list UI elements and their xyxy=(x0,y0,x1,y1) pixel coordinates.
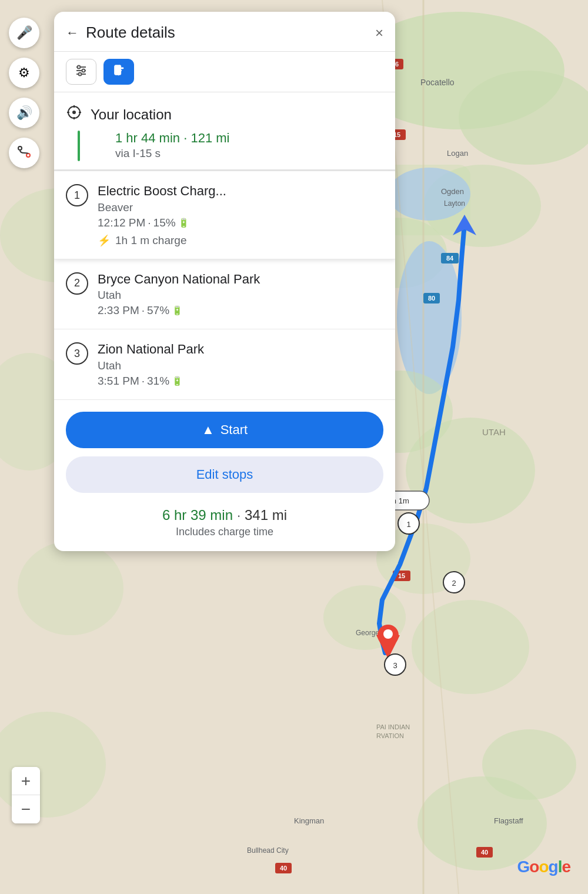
stop-2-meta: 2:33 PM · 57% 🔋 xyxy=(98,304,383,317)
battery-icon-3: 🔋 xyxy=(172,376,183,386)
svg-text:Pocatello: Pocatello xyxy=(420,78,455,87)
svg-point-67 xyxy=(79,72,82,75)
svg-text:Bullhead City: Bullhead City xyxy=(247,846,289,855)
filter-ev-tab[interactable] xyxy=(103,59,134,85)
battery-icon-2: 🔋 xyxy=(172,305,183,316)
svg-point-61 xyxy=(26,154,30,157)
svg-rect-69 xyxy=(121,67,124,69)
svg-text:40: 40 xyxy=(481,849,488,856)
lightning-icon-1: ⚡ xyxy=(98,234,111,247)
stop-3-meta: 3:51 PM · 31% 🔋 xyxy=(98,375,383,388)
zoom-out-button[interactable]: − xyxy=(12,795,40,823)
svg-text:Layton: Layton xyxy=(444,199,465,208)
stop-1-name: Electric Boost Charg... xyxy=(98,183,383,200)
zoom-in-icon: + xyxy=(21,772,31,790)
stop-2-region: Utah xyxy=(98,289,383,302)
mic-icon: 🎤 xyxy=(16,25,32,41)
stop-2-details: Bryce Canyon National Park Utah 2:33 PM … xyxy=(98,271,383,318)
edit-stops-button[interactable]: Edit stops xyxy=(66,456,383,493)
sliders-icon xyxy=(74,64,88,81)
route-time: 1 hr 44 min xyxy=(115,131,180,145)
filter-tabs xyxy=(54,52,395,92)
total-time-value: 6 hr 39 min xyxy=(162,507,233,523)
start-button[interactable]: ▲ Start xyxy=(66,412,383,448)
route-icon xyxy=(17,145,31,162)
stop-2-name: Bryce Canyon National Park xyxy=(98,271,383,288)
google-g2: g xyxy=(549,858,558,876)
panel-header: ← Route details × xyxy=(54,12,395,52)
stop-1-charge: ⚡ 1h 1 m charge xyxy=(98,234,383,247)
svg-text:1: 1 xyxy=(406,520,410,529)
total-section: 6 hr 39 min · 341 mi Includes charge tim… xyxy=(54,499,395,551)
panel-title: Route details xyxy=(86,24,375,42)
stop-item-3: 3 Zion National Park Utah 3:51 PM · 31% … xyxy=(54,329,395,400)
battery-icon-1: 🔋 xyxy=(178,218,189,228)
start-label: Start xyxy=(220,422,248,438)
svg-text:40: 40 xyxy=(280,865,287,872)
google-o1: o xyxy=(529,858,539,876)
svg-text:RVATION: RVATION xyxy=(376,732,404,739)
svg-text:UTAH: UTAH xyxy=(482,427,506,437)
filter-sliders-tab[interactable] xyxy=(66,59,96,85)
svg-text:Logan: Logan xyxy=(447,149,468,158)
stop-3-name: Zion National Park xyxy=(98,341,383,358)
google-e: e xyxy=(562,858,570,876)
your-location-label: Your location xyxy=(91,106,172,123)
settings-icon: ⚙ xyxy=(18,65,30,81)
google-g: G xyxy=(517,858,530,876)
svg-text:Kingman: Kingman xyxy=(294,816,324,825)
close-button[interactable]: × xyxy=(375,25,383,41)
volume-button[interactable]: 🔊 xyxy=(9,98,39,128)
svg-text:80: 80 xyxy=(428,295,435,302)
svg-point-71 xyxy=(72,111,76,114)
close-icon: × xyxy=(375,25,383,41)
zoom-out-icon: − xyxy=(21,800,31,819)
volume-icon: 🔊 xyxy=(16,105,32,121)
svg-point-60 xyxy=(18,146,22,150)
includes-charge-label: Includes charge time xyxy=(66,526,383,538)
svg-text:84: 84 xyxy=(446,255,454,262)
svg-point-17 xyxy=(18,541,123,635)
svg-text:3: 3 xyxy=(393,661,397,670)
stop-1-meta: 12:12 PM · 15% 🔋 xyxy=(98,216,383,229)
svg-text:2: 2 xyxy=(452,579,456,588)
stop-item-2: 2 Bryce Canyon National Park Utah 2:33 P… xyxy=(54,259,395,330)
svg-point-57 xyxy=(383,629,393,639)
location-target-icon xyxy=(66,104,82,125)
left-icon-panel: 🎤 ⚙ 🔊 xyxy=(0,0,48,168)
zoom-controls: + − xyxy=(12,767,40,823)
google-logo: Google xyxy=(517,858,570,876)
stop-number-3: 3 xyxy=(66,342,88,365)
svg-text:15: 15 xyxy=(398,572,405,579)
svg-point-66 xyxy=(82,69,85,72)
total-distance-value: 341 mi xyxy=(245,507,287,523)
stop-number-2: 2 xyxy=(66,272,88,295)
stop-item-1: 1 Electric Boost Charg... Beaver 12:12 P… xyxy=(54,171,395,259)
button-section: ▲ Start Edit stops xyxy=(54,400,395,499)
stop-number-1: 1 xyxy=(66,184,88,206)
back-button[interactable]: ← xyxy=(66,25,79,41)
svg-text:Ogden: Ogden xyxy=(441,187,464,196)
route-button[interactable] xyxy=(9,138,39,168)
svg-point-65 xyxy=(78,65,81,68)
route-dist: · 121 mi xyxy=(183,131,229,145)
route-time-distance: 1 hr 44 min · 121 mi xyxy=(115,131,229,146)
route-details-panel: ← Route details × xyxy=(54,12,395,551)
stop-3-details: Zion National Park Utah 3:51 PM · 31% 🔋 xyxy=(98,341,383,388)
total-time-distance: 6 hr 39 min · 341 mi xyxy=(66,507,383,523)
stop-1-details: Electric Boost Charg... Beaver 12:12 PM … xyxy=(98,183,383,247)
start-nav-icon: ▲ xyxy=(202,422,215,438)
route-green-line xyxy=(78,131,80,161)
stop-3-region: Utah xyxy=(98,359,383,372)
zoom-in-button[interactable]: + xyxy=(12,767,40,795)
back-arrow-icon: ← xyxy=(66,25,79,41)
google-o2: o xyxy=(539,858,548,876)
stop-1-region: Beaver xyxy=(98,201,383,214)
svg-text:PAI INDIAN: PAI INDIAN xyxy=(376,723,410,730)
svg-text:Flagstaff: Flagstaff xyxy=(494,816,523,825)
edit-stops-label: Edit stops xyxy=(196,467,253,482)
ev-charge-icon xyxy=(112,64,125,80)
svg-point-12 xyxy=(412,600,529,694)
mic-button[interactable]: 🎤 xyxy=(9,18,39,48)
settings-button[interactable]: ⚙ xyxy=(9,58,39,88)
